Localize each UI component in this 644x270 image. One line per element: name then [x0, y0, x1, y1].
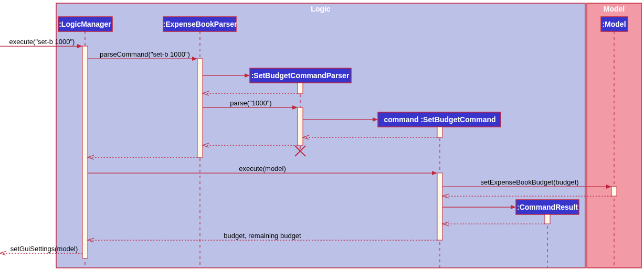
msg-parsecommand-label: parseCommand("set-b 1000") [100, 50, 190, 58]
activation-logicmanager [82, 46, 88, 258]
return-budget-label: budget, remaining budget [224, 232, 301, 240]
activation-setbudgetcommandparser-1 [298, 83, 303, 93]
msg-setexpensebookbudget-label: setExpenseBookBudget(budget) [480, 178, 578, 186]
sequence-diagram: Logic Model :LogicManager :ExpenseBookPa… [0, 0, 644, 270]
frame-logic [56, 3, 585, 268]
frame-model-label: Model [604, 5, 625, 13]
participant-model-label: :Model [602, 20, 626, 28]
msg-parse-label: parse("1000") [230, 99, 271, 107]
participant-expensebookparser-label: :ExpenseBookParser [163, 20, 237, 28]
activation-commandresult [545, 214, 550, 224]
participant-setbudgetcommand-label: command :SetBudgetCommand [384, 115, 495, 124]
msg-execute-label: execute("set-b 1000") [9, 38, 75, 46]
activation-setbudgetcommandparser-2 [298, 107, 303, 145]
activation-setbudgetcommand-1 [437, 127, 442, 137]
msg-setguisettings-label: setGuiSettings(model) [10, 245, 78, 253]
activation-setbudgetcommand-2 [437, 173, 442, 240]
activation-expensebookparser [197, 59, 203, 157]
activation-model [611, 187, 617, 196]
participant-logicmanager-label: :LogicManager [59, 20, 111, 28]
frame-logic-label: Logic [311, 5, 331, 13]
msg-executemodel-label: execute(model) [239, 165, 286, 172]
participant-commandresult-label: :CommandResult [517, 203, 578, 211]
participant-setbudgetcommandparser-label: :SetBudgetCommandParser [251, 71, 350, 80]
